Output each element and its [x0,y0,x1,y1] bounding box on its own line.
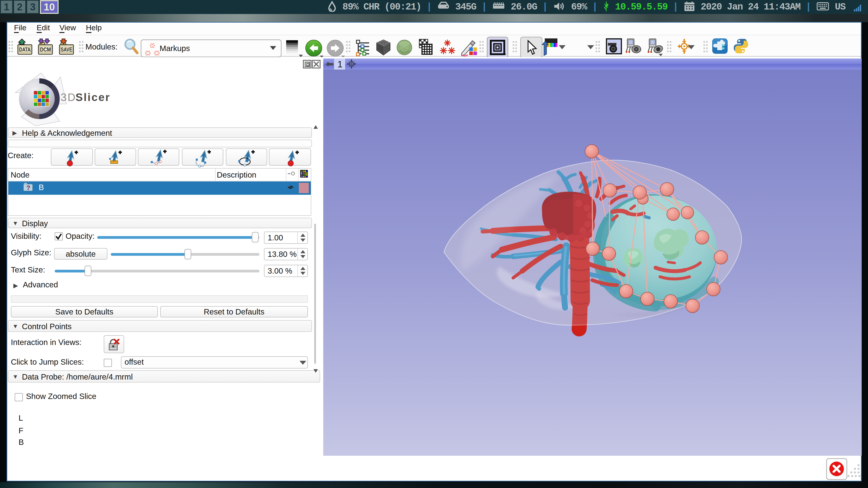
svg-text:DATA: DATA [19,46,31,53]
svg-text:3D: 3D [61,91,76,103]
svg-text:Markups: Markups [160,44,190,53]
svg-text:DCM: DCM [40,46,51,53]
svg-text:Slicer: Slicer [75,91,111,103]
svg-text:SAVE: SAVE [61,46,72,53]
svg-text:Modules:: Modules: [86,42,118,51]
svg-text:?: ? [26,184,30,191]
svg-text:1: 1 [338,59,342,69]
